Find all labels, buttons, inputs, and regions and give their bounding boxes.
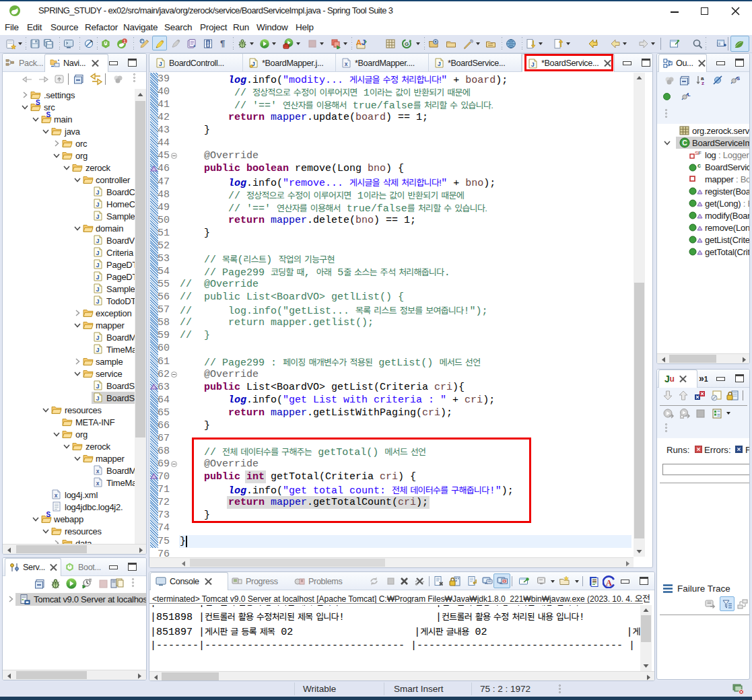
svg-text:G: G: [405, 41, 409, 47]
svg-text:x: x: [96, 480, 100, 487]
svg-text:J: J: [96, 262, 99, 269]
svg-text:J: J: [96, 238, 99, 244]
svg-text:J: J: [96, 298, 99, 305]
svg-text:S: S: [737, 75, 740, 81]
svg-text:L: L: [687, 92, 691, 98]
svg-text:J: J: [96, 213, 99, 220]
svg-text:J: J: [96, 189, 99, 196]
svg-text:x: x: [55, 492, 58, 499]
svg-text:J: J: [96, 286, 99, 293]
svg-text:J: J: [96, 383, 99, 390]
svg-text:J: J: [96, 347, 99, 353]
svg-text:J: J: [96, 250, 99, 256]
svg-text:A: A: [356, 38, 362, 46]
svg-text:J: J: [96, 335, 99, 341]
svg-text:J: J: [96, 395, 99, 402]
svg-text:x: x: [96, 468, 100, 475]
svg-text:A: A: [606, 578, 612, 588]
svg-text:J: J: [438, 61, 441, 67]
svg-text:C: C: [682, 139, 687, 147]
svg-text:J: J: [159, 61, 162, 67]
svg-text:J: J: [96, 201, 99, 208]
svg-text:z: z: [702, 80, 704, 86]
svg-text:c: c: [697, 162, 701, 169]
svg-text:J: J: [96, 274, 99, 281]
svg-text:P: P: [141, 38, 143, 43]
svg-text:x: x: [345, 61, 348, 67]
svg-text:1: 1: [123, 38, 126, 44]
svg-text:F: F: [698, 150, 702, 156]
